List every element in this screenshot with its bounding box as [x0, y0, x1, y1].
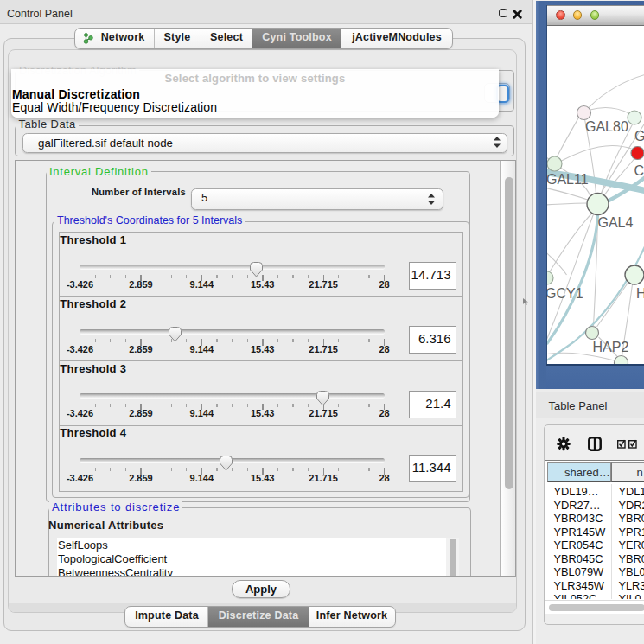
svg-text:GAL80: GAL80 [585, 119, 628, 134]
svg-text:GA: GA [634, 129, 644, 143]
svg-text:GAL11: GAL11 [547, 172, 589, 187]
svg-text:HAP2: HAP2 [592, 340, 628, 354]
svg-text:C: C [634, 163, 644, 178]
svg-text:HA: HA [636, 286, 644, 301]
svg-text:GAL4: GAL4 [597, 215, 633, 230]
svg-text:GCY1: GCY1 [547, 286, 583, 301]
